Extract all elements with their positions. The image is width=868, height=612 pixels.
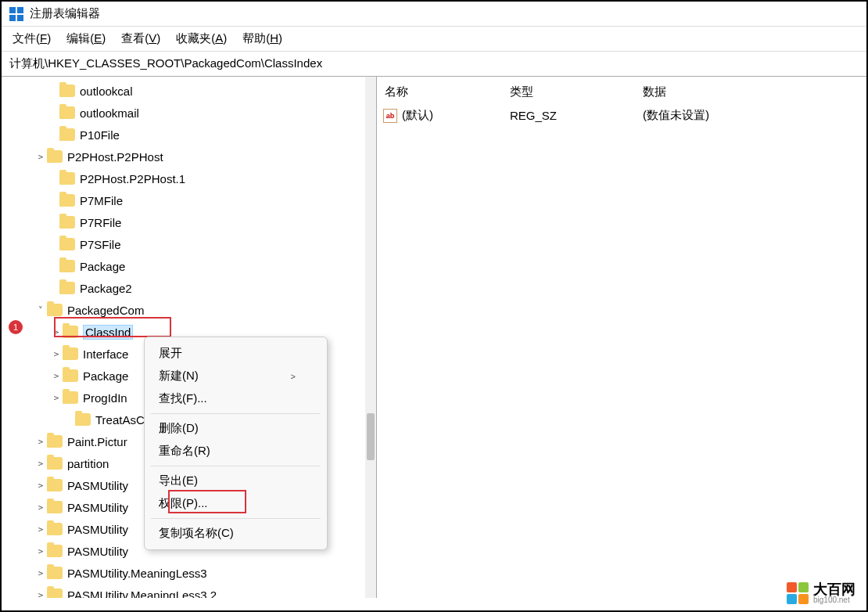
chevron-right-icon[interactable]: >: [50, 327, 63, 337]
chevron-right-icon[interactable]: >: [50, 349, 63, 359]
menu-help[interactable]: 帮助(H): [242, 31, 282, 46]
context-menu-item[interactable]: 新建(N)>: [145, 365, 327, 387]
tree-item-label: PASMUtility.MeaningLess3: [67, 567, 207, 580]
annotation-badge-1: 1: [9, 320, 23, 334]
folder-icon: [47, 479, 63, 491]
context-menu-label: 复制项名称(C): [159, 526, 234, 541]
folder-icon: [47, 150, 63, 163]
context-menu-item[interactable]: 导出(E): [145, 470, 327, 492]
folder-icon: [59, 238, 75, 250]
tree-item[interactable]: >PASMUtility.MeaningLess3: [2, 562, 369, 584]
col-header-data[interactable]: 数据: [643, 85, 866, 99]
chevron-right-icon[interactable]: >: [34, 502, 47, 513]
folder-icon: [47, 523, 63, 535]
context-menu-item[interactable]: 展开: [145, 342, 327, 365]
content-split: outlookcaloutlookmailP10File>P2PHost.P2P…: [2, 77, 866, 598]
folder-icon: [59, 216, 75, 229]
tree-item-label: outlookcal: [80, 85, 133, 98]
chevron-right-icon[interactable]: >: [50, 371, 63, 381]
value-type: REG_SZ: [510, 109, 643, 122]
tree-item-label: Paint.Pictur: [67, 435, 127, 448]
folder-icon: [59, 85, 75, 97]
tree-item[interactable]: outlookcal: [2, 80, 369, 102]
folder-icon: [75, 413, 91, 426]
tree-item-label: partition: [67, 457, 109, 470]
context-menu: 展开新建(N)>查找(F)...删除(D)重命名(R)导出(E)权限(P)...…: [144, 337, 328, 550]
tree-item-label: ClassInd: [85, 326, 131, 339]
watermark-url: big100.net: [813, 596, 855, 604]
value-row[interactable]: ab(默认)REG_SZ(数值未设置): [377, 106, 866, 125]
folder-icon: [47, 501, 63, 513]
value-name: (默认): [402, 108, 433, 123]
chevron-right-icon[interactable]: >: [34, 590, 47, 599]
chevron-right-icon[interactable]: >: [34, 481, 47, 491]
folder-icon: [47, 589, 63, 598]
context-menu-item[interactable]: 复制项名称(C): [145, 522, 327, 545]
address-bar[interactable]: 计算机\HKEY_CLASSES_ROOT\PackagedCom\ClassI…: [2, 51, 866, 77]
tree-item[interactable]: Package: [2, 255, 369, 277]
tree-item[interactable]: Package2: [2, 277, 369, 299]
tree-item-label: P2PHost.P2PHost: [67, 150, 163, 164]
chevron-right-icon[interactable]: >: [34, 524, 47, 535]
chevron-right-icon[interactable]: >: [34, 568, 47, 578]
col-header-name[interactable]: 名称: [377, 85, 510, 99]
tree-item-label: P2PHost.P2PHost.1: [80, 172, 185, 185]
folder-icon: [47, 435, 63, 448]
watermark-logo-icon: [787, 582, 809, 604]
watermark: 大百网 big100.net: [787, 582, 855, 604]
context-menu-label: 导出(E): [159, 473, 198, 488]
tree-scrollbar-thumb[interactable]: [367, 413, 375, 460]
chevron-right-icon[interactable]: >: [34, 152, 47, 162]
tree-item[interactable]: P7MFile: [2, 189, 369, 211]
menu-bar: 文件(F) 编辑(E) 查看(V) 收藏夹(A) 帮助(H): [2, 27, 866, 51]
menu-view[interactable]: 查看(V): [121, 31, 160, 46]
tree-item-label: P7SFile: [80, 238, 121, 251]
folder-icon: [63, 369, 78, 382]
folder-icon: [59, 282, 75, 294]
tree-item-label: outlookmail: [80, 106, 139, 120]
tree-item[interactable]: P7SFile: [2, 233, 369, 255]
watermark-title: 大百网: [813, 582, 855, 596]
chevron-right-icon[interactable]: >: [50, 393, 63, 403]
tree-item[interactable]: >PASMUtility.MeaningLess3.2: [2, 584, 369, 598]
folder-icon: [47, 457, 63, 470]
chevron-right-icon[interactable]: >: [34, 459, 47, 469]
context-menu-item[interactable]: 删除(D): [145, 417, 327, 440]
values-list[interactable]: ab(默认)REG_SZ(数值未设置): [377, 106, 866, 125]
folder-icon: [47, 545, 63, 557]
col-header-type[interactable]: 类型: [510, 85, 643, 99]
tree-item[interactable]: ˅PackagedCom: [2, 299, 369, 321]
context-menu-separator: [151, 413, 321, 414]
context-menu-label: 重命名(R): [159, 444, 210, 459]
tree-item[interactable]: P2PHost.P2PHost.1: [2, 167, 369, 189]
tree-item[interactable]: P7RFile: [2, 211, 369, 233]
context-menu-label: 权限(P)...: [159, 496, 208, 511]
context-menu-item[interactable]: 权限(P)...: [145, 492, 327, 515]
tree-item[interactable]: >P2PHost.P2PHost: [2, 146, 369, 167]
window-title: 注册表编辑器: [30, 6, 100, 21]
chevron-right-icon[interactable]: >: [34, 546, 47, 556]
chevron-down-icon[interactable]: ˅: [34, 305, 47, 315]
tree-item-label: PASMUtility: [67, 523, 128, 536]
tree-item[interactable]: outlookmail: [2, 102, 369, 124]
chevron-right-icon[interactable]: >: [34, 437, 47, 447]
tree-item[interactable]: P10File: [2, 124, 369, 146]
tree-item-label: P7MFile: [80, 194, 123, 207]
tree-item-label: PASMUtility: [67, 545, 128, 558]
tree-item-label: PackagedCom: [67, 304, 144, 317]
tree-item-label: TreatAsC: [95, 413, 145, 427]
context-menu-label: 查找(F)...: [159, 391, 207, 406]
context-menu-item[interactable]: 重命名(R): [145, 440, 327, 463]
tree-item-label: PASMUtility: [67, 479, 128, 492]
tree-scrollbar[interactable]: [365, 77, 376, 598]
menu-edit[interactable]: 编辑(E): [66, 31, 106, 46]
folder-icon: [63, 391, 78, 404]
folder-icon: [63, 326, 78, 338]
value-data: (数值未设置): [643, 108, 866, 123]
menu-file[interactable]: 文件(F): [13, 31, 51, 46]
menu-favorites[interactable]: 收藏夹(A): [176, 31, 227, 46]
tree-item-label: P7RFile: [80, 216, 121, 229]
folder-icon: [59, 194, 75, 207]
context-menu-item[interactable]: 查找(F)...: [145, 387, 327, 410]
title-bar: 注册表编辑器: [2, 2, 866, 27]
